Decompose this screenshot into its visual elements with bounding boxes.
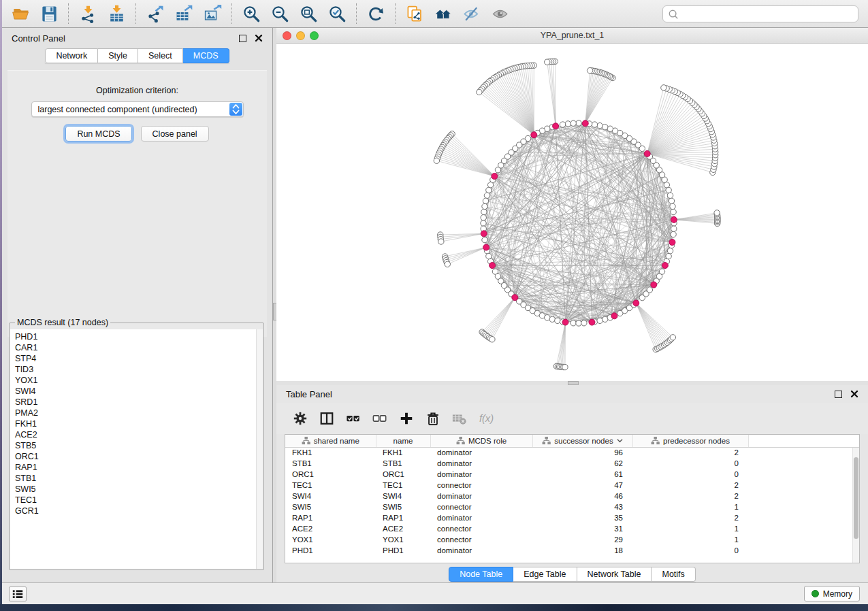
network-node[interactable] (666, 187, 671, 193)
satellite-node[interactable] (545, 59, 550, 65)
export-network-button[interactable] (141, 1, 170, 27)
tab-style[interactable]: Style (98, 48, 138, 63)
network-node[interactable] (482, 237, 487, 242)
clone-network-button[interactable] (400, 1, 429, 27)
table-scrollbar-thumb[interactable] (854, 457, 858, 539)
mcds-result-item[interactable]: STB5 (15, 440, 256, 451)
mcds-result-item[interactable]: SWI5 (15, 484, 256, 495)
mcds-node[interactable] (644, 150, 650, 156)
mcds-result-item[interactable]: TEC1 (15, 495, 256, 506)
network-node[interactable] (570, 120, 576, 126)
run-mcds-button[interactable]: Run MCDS (65, 126, 131, 142)
table-row[interactable]: FKH1FKH1dominator962 (285, 447, 859, 458)
network-node[interactable] (666, 253, 671, 259)
show-columns-button[interactable] (319, 408, 334, 429)
table-row[interactable]: SWI4SWI4dominator462 (285, 491, 859, 501)
mcds-result-item[interactable]: STB1 (15, 473, 256, 484)
network-node[interactable] (659, 269, 664, 274)
table-row[interactable]: ACE2ACE2connector311 (285, 523, 859, 534)
select-all-rows-button[interactable] (346, 408, 361, 429)
network-node[interactable] (482, 203, 487, 209)
import-network-button[interactable] (74, 1, 102, 27)
search-input[interactable] (682, 9, 853, 20)
mcds-node[interactable] (531, 132, 537, 138)
network-node[interactable] (486, 187, 492, 193)
mcds-result-item[interactable]: FKH1 (15, 418, 256, 429)
network-node[interactable] (483, 198, 488, 203)
table-row[interactable]: ORC1ORC1dominator610 (285, 469, 859, 480)
first-neighbors-button[interactable] (429, 1, 457, 27)
mcds-result-item[interactable]: ORC1 (15, 451, 256, 462)
optimization-criterion-select[interactable]: largest connected component (undirected) (31, 101, 244, 117)
refresh-layout-button[interactable] (361, 1, 390, 27)
close-table-panel-icon[interactable] (850, 390, 858, 398)
close-panel-icon[interactable] (255, 34, 263, 42)
delete-column-button[interactable] (425, 408, 440, 429)
mcds-node[interactable] (651, 282, 657, 288)
network-node[interactable] (671, 209, 676, 214)
network-node[interactable] (667, 193, 673, 198)
table-row[interactable]: PHD1PHD1dominator180 (285, 545, 859, 556)
network-node[interactable] (484, 193, 489, 198)
network-node[interactable] (576, 320, 581, 326)
float-panel-icon[interactable] (239, 35, 246, 42)
network-node[interactable] (597, 122, 602, 128)
table-tab-node-table[interactable]: Node Table (449, 567, 513, 582)
table-row[interactable]: RAP1RAP1dominator352 (285, 512, 859, 523)
mcds-result-item[interactable]: YOX1 (15, 375, 256, 386)
open-session-button[interactable] (6, 1, 35, 27)
memory-button[interactable]: Memory (804, 586, 860, 601)
network-node[interactable] (669, 198, 674, 203)
mcds-result-item[interactable]: SRD1 (15, 397, 256, 408)
table-row[interactable]: YOX1YOX1connector291 (285, 534, 859, 545)
tab-network[interactable]: Network (45, 48, 98, 63)
network-node[interactable] (647, 287, 652, 293)
satellite-node[interactable] (562, 364, 568, 369)
mcds-node[interactable] (489, 263, 496, 269)
export-table-button[interactable] (170, 1, 198, 27)
mcds-result-item[interactable]: PHD1 (15, 331, 256, 342)
zoom-in-button[interactable] (237, 1, 266, 27)
mcds-node[interactable] (611, 313, 617, 319)
satellite-node[interactable] (714, 210, 720, 216)
mcds-node[interactable] (553, 123, 559, 129)
table-tab-network-table[interactable]: Network Table (577, 567, 652, 582)
mcds-result-item[interactable]: RAP1 (15, 462, 256, 473)
table-row[interactable]: STB1STB1dominator620 (285, 458, 859, 469)
network-node[interactable] (481, 215, 486, 220)
satellite-node[interactable] (445, 261, 450, 267)
table-row[interactable]: SWI5SWI5connector431 (285, 501, 859, 512)
column-header-predecessor_nodes[interactable]: predecessor nodes (632, 435, 748, 447)
network-node[interactable] (486, 253, 492, 259)
close-panel-button[interactable]: Close panel (141, 126, 209, 142)
network-node[interactable] (481, 209, 487, 214)
column-header-name[interactable]: name (376, 435, 430, 447)
import-table-button[interactable] (102, 1, 131, 27)
network-node[interactable] (549, 316, 555, 322)
result-scrollbar[interactable] (256, 329, 263, 569)
tab-mcds[interactable]: MCDS (183, 48, 229, 63)
network-node[interactable] (581, 320, 587, 326)
network-node[interactable] (487, 182, 493, 188)
network-node[interactable] (592, 122, 597, 127)
mcds-result-item[interactable]: PMA2 (15, 408, 256, 418)
mcds-node[interactable] (671, 216, 677, 222)
show-all-button[interactable] (486, 1, 515, 27)
zoom-selected-button[interactable] (323, 1, 351, 27)
network-node[interactable] (565, 121, 570, 127)
network-node[interactable] (495, 167, 500, 173)
mcds-node[interactable] (481, 231, 487, 237)
mcds-node[interactable] (633, 300, 639, 306)
table-row[interactable]: TEC1TEC1connector472 (285, 480, 859, 491)
network-node[interactable] (667, 248, 673, 253)
mcds-node[interactable] (582, 120, 588, 127)
zoom-fit-button[interactable] (294, 1, 323, 27)
mcds-node[interactable] (669, 240, 675, 246)
export-image-button[interactable] (198, 1, 227, 27)
column-header-shared_name[interactable]: shared name (285, 435, 376, 447)
network-node[interactable] (560, 122, 565, 127)
network-node[interactable] (570, 320, 576, 326)
table-settings-button[interactable] (293, 408, 308, 429)
mcds-node[interactable] (662, 263, 668, 269)
table-tab-motifs[interactable]: Motifs (652, 567, 695, 582)
